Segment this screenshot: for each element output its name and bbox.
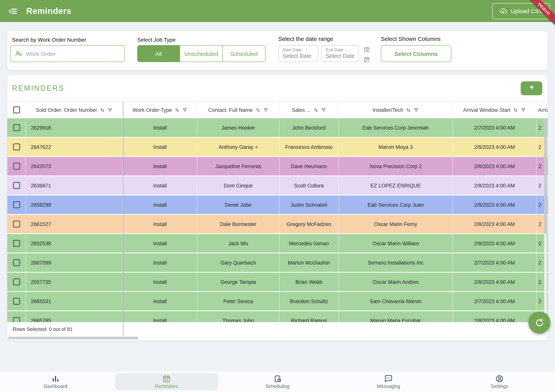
table-row[interactable]: 2665785 Install Thomas John Richard Ramo… [7,311,548,322]
table-footer: Rows Selected: 0 out of 81 [7,322,548,336]
cell-contact-name: Gary Querbach [197,253,279,272]
cell-work-order-type: Install [123,292,197,311]
app-root: Reminders Upload CSV DEBUG Search by Wor… [0,0,555,392]
row-checkbox[interactable] [13,317,20,322]
table-row[interactable]: 2667099 Install Gary Querbach Marlon McG… [7,253,548,273]
table-row[interactable]: 2652538 Install Jack Wu Mercedes Genao O… [7,234,548,253]
calendar-arrow-icon[interactable] [364,46,370,53]
cell-contact-name: Jacqueline Ferreras [197,157,279,176]
filter-funnel-icon[interactable] [414,107,419,112]
table-row[interactable]: 2557735 Install George Tampia Brian Webb… [7,273,548,292]
table-row[interactable]: 2665531 Install Peter Senica Brandon Sch… [7,292,548,311]
job-type-unscheduled-button[interactable]: Unscheduled [180,45,223,62]
row-checkbox[interactable] [13,182,20,189]
select-all-checkbox[interactable] [13,106,20,113]
job-type-all-button[interactable]: All [137,45,180,62]
row-checkbox[interactable] [13,298,20,305]
pinned-column-divider [123,101,123,336]
job-type-toggle-group: All Unscheduled Scheduled [137,45,266,62]
nav-dashboard[interactable]: Dashboard [4,373,107,390]
start-date-field[interactable]: Start Date Select Date [278,45,318,62]
header-arrival-window-start[interactable]: Arrival Window Start [453,102,536,118]
row-checkbox-cell [7,273,26,291]
cell-installer-tech: Eab Services Corp Jeremiah [339,118,453,137]
sort-icon[interactable] [313,107,318,112]
filter-funnel-icon [528,85,535,91]
filter-funnel-icon[interactable] [321,107,326,112]
menu-open-icon[interactable] [6,4,19,18]
header-sales[interactable]: Sales ... [279,102,339,118]
nav-settings[interactable]: Settings [448,373,551,390]
cell-order-number: 2636871 [26,176,123,195]
cell-sales-rep: Mercedes Genao [279,234,339,253]
upload-csv-label: Upload CSV [511,8,543,14]
cell-contact-name: James Hooker [197,118,279,137]
row-checkbox[interactable] [13,221,20,228]
row-checkbox[interactable] [13,259,20,266]
cell-installer-tech: Oscar Marin Ferny [339,215,453,233]
sort-icon[interactable] [513,107,518,112]
sort-icon[interactable] [175,107,180,112]
horizontal-scrollbar-thumb[interactable] [8,337,138,339]
header-work-order-type[interactable]: Work Order Type [123,102,197,118]
table-row[interactable]: 2647622 Install Anthony Garay + Francesc… [7,138,548,157]
header-arrival-clipped[interactable]: Arriva [536,102,548,118]
header-order-number[interactable]: Sold Order: Order Number [26,102,123,118]
filter-funnel-icon[interactable] [263,107,268,112]
row-checkbox[interactable] [13,163,20,170]
top-app-bar: Reminders Upload CSV [0,0,555,22]
cell-order-number: 2665531 [26,292,123,311]
row-checkbox[interactable] [13,124,20,131]
horizontal-scrollbar[interactable] [7,336,548,340]
refresh-button[interactable] [528,312,550,333]
cell-contact-name: Derek Jobe [197,196,279,214]
start-date-caption: Start Date [283,47,302,52]
cell-sales-rep: Francesco Ambrosio [279,138,339,156]
table-row[interactable]: 2658298 Install Derek Jobe Justin Schnab… [7,196,548,215]
filter-funnel-icon[interactable] [521,107,526,112]
vertical-scrollbar-thumb[interactable] [544,118,547,234]
person-search-icon [15,50,22,58]
header-contact-name[interactable]: Contact: Full Name [197,102,279,118]
select-columns-button[interactable]: Select Columns [381,45,451,62]
calendar-off-icon[interactable] [364,56,370,63]
row-checkbox[interactable] [13,278,20,285]
end-date-field[interactable]: End Date Select Date [321,45,358,62]
vertical-scrollbar[interactable] [544,118,547,322]
cell-sales-rep: Marlon McGlashin [279,253,339,272]
sort-icon[interactable] [256,107,261,112]
cell-installer-tech: Serrano Installations Inc [339,253,453,272]
cell-installer-tech: Oscar Marin Andres [339,273,453,291]
table-row[interactable]: 2636871 Install Dom Cinque Scott Collura… [7,176,548,196]
job-type-scheduled-button[interactable]: Scheduled [223,45,266,62]
nav-reminders[interactable]: Reminders [115,373,218,390]
work-order-search[interactable] [10,45,125,62]
cell-contact-name: Anthony Garay + [197,138,279,156]
sort-icon[interactable] [406,107,411,112]
table-row[interactable]: 2661527 Install Dale Burmester Gregory M… [7,215,548,234]
sort-icon[interactable] [100,107,105,112]
cell-sales-rep: Dave Heumann [279,157,339,176]
search-input[interactable] [26,50,118,57]
cell-sales-rep: Brandon Schultz [279,292,339,311]
cell-contact-name: Jack Wu [197,234,279,253]
nav-scheduling[interactable]: Scheduling [226,373,329,390]
table-row[interactable]: 2642073 Install Jacqueline Ferreras Dave… [7,157,548,176]
row-checkbox[interactable] [13,240,20,247]
filter-funnel-icon[interactable] [108,107,113,112]
cell-order-number: 2642073 [26,157,123,176]
nav-messaging[interactable]: Messaging [337,373,440,390]
cell-order-number: 2658298 [26,196,123,214]
row-checkbox[interactable] [13,201,20,208]
header-installer-tech[interactable]: Installer/Tech [339,102,453,118]
cell-installer-tech: Nova Precision Corp 2 [339,157,453,176]
row-checkbox[interactable] [13,143,20,150]
cell-installer-tech: Marvin Maria Escobar [339,311,453,322]
cell-arrival-window-start: 2/8/2023 4:00 AM [453,176,536,195]
filter-funnel-icon[interactable] [182,107,187,112]
upload-csv-button[interactable]: Upload CSV [492,3,550,19]
cell-contact-name: George Tampia [197,273,279,291]
table-row[interactable]: 2629916 Install James Hooker John Beckfo… [7,118,548,138]
cell-work-order-type: Install [123,138,197,156]
table-filter-button[interactable] [521,81,542,95]
